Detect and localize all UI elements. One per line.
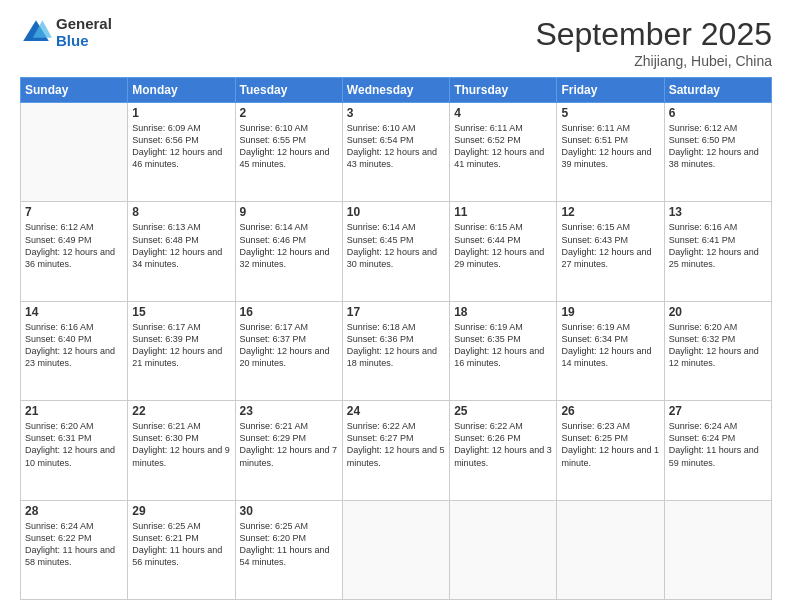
day-number: 2 [240,106,338,120]
day-info: Sunrise: 6:18 AM Sunset: 6:36 PM Dayligh… [347,321,445,370]
day-info: Sunrise: 6:20 AM Sunset: 6:32 PM Dayligh… [669,321,767,370]
day-number: 11 [454,205,552,219]
day-number: 28 [25,504,123,518]
calendar-cell: 23Sunrise: 6:21 AM Sunset: 6:29 PM Dayli… [235,401,342,500]
day-info: Sunrise: 6:13 AM Sunset: 6:48 PM Dayligh… [132,221,230,270]
calendar-cell: 12Sunrise: 6:15 AM Sunset: 6:43 PM Dayli… [557,202,664,301]
day-info: Sunrise: 6:24 AM Sunset: 6:22 PM Dayligh… [25,520,123,569]
day-number: 10 [347,205,445,219]
calendar-cell [557,500,664,599]
day-number: 29 [132,504,230,518]
day-info: Sunrise: 6:17 AM Sunset: 6:37 PM Dayligh… [240,321,338,370]
logo: General Blue [20,16,112,49]
calendar-cell: 10Sunrise: 6:14 AM Sunset: 6:45 PM Dayli… [342,202,449,301]
day-info: Sunrise: 6:09 AM Sunset: 6:56 PM Dayligh… [132,122,230,171]
day-info: Sunrise: 6:11 AM Sunset: 6:52 PM Dayligh… [454,122,552,171]
calendar-cell: 28Sunrise: 6:24 AM Sunset: 6:22 PM Dayli… [21,500,128,599]
day-info: Sunrise: 6:15 AM Sunset: 6:44 PM Dayligh… [454,221,552,270]
day-info: Sunrise: 6:15 AM Sunset: 6:43 PM Dayligh… [561,221,659,270]
calendar-cell: 29Sunrise: 6:25 AM Sunset: 6:21 PM Dayli… [128,500,235,599]
day-number: 13 [669,205,767,219]
day-info: Sunrise: 6:16 AM Sunset: 6:41 PM Dayligh… [669,221,767,270]
day-number: 6 [669,106,767,120]
calendar-cell [450,500,557,599]
day-number: 17 [347,305,445,319]
calendar-cell: 2Sunrise: 6:10 AM Sunset: 6:55 PM Daylig… [235,103,342,202]
day-number: 7 [25,205,123,219]
calendar-cell: 1Sunrise: 6:09 AM Sunset: 6:56 PM Daylig… [128,103,235,202]
calendar-cell: 14Sunrise: 6:16 AM Sunset: 6:40 PM Dayli… [21,301,128,400]
calendar-cell: 18Sunrise: 6:19 AM Sunset: 6:35 PM Dayli… [450,301,557,400]
day-info: Sunrise: 6:14 AM Sunset: 6:46 PM Dayligh… [240,221,338,270]
calendar-week-row: 14Sunrise: 6:16 AM Sunset: 6:40 PM Dayli… [21,301,772,400]
day-info: Sunrise: 6:24 AM Sunset: 6:24 PM Dayligh… [669,420,767,469]
day-number: 26 [561,404,659,418]
calendar-header-saturday: Saturday [664,78,771,103]
day-number: 23 [240,404,338,418]
day-number: 9 [240,205,338,219]
calendar-cell: 7Sunrise: 6:12 AM Sunset: 6:49 PM Daylig… [21,202,128,301]
calendar-table: SundayMondayTuesdayWednesdayThursdayFrid… [20,77,772,600]
calendar-cell: 30Sunrise: 6:25 AM Sunset: 6:20 PM Dayli… [235,500,342,599]
day-number: 21 [25,404,123,418]
day-info: Sunrise: 6:21 AM Sunset: 6:30 PM Dayligh… [132,420,230,469]
calendar-cell [664,500,771,599]
logo-general-text: General [56,16,112,33]
day-info: Sunrise: 6:10 AM Sunset: 6:55 PM Dayligh… [240,122,338,171]
calendar-week-row: 28Sunrise: 6:24 AM Sunset: 6:22 PM Dayli… [21,500,772,599]
day-number: 30 [240,504,338,518]
calendar-cell: 8Sunrise: 6:13 AM Sunset: 6:48 PM Daylig… [128,202,235,301]
day-info: Sunrise: 6:17 AM Sunset: 6:39 PM Dayligh… [132,321,230,370]
calendar-cell: 11Sunrise: 6:15 AM Sunset: 6:44 PM Dayli… [450,202,557,301]
day-number: 1 [132,106,230,120]
day-info: Sunrise: 6:23 AM Sunset: 6:25 PM Dayligh… [561,420,659,469]
calendar-header-row: SundayMondayTuesdayWednesdayThursdayFrid… [21,78,772,103]
day-number: 15 [132,305,230,319]
day-number: 14 [25,305,123,319]
calendar-header-tuesday: Tuesday [235,78,342,103]
calendar-cell: 19Sunrise: 6:19 AM Sunset: 6:34 PM Dayli… [557,301,664,400]
calendar-header-wednesday: Wednesday [342,78,449,103]
calendar-cell: 16Sunrise: 6:17 AM Sunset: 6:37 PM Dayli… [235,301,342,400]
day-info: Sunrise: 6:19 AM Sunset: 6:34 PM Dayligh… [561,321,659,370]
calendar-cell: 25Sunrise: 6:22 AM Sunset: 6:26 PM Dayli… [450,401,557,500]
title-area: September 2025 Zhijiang, Hubei, China [535,16,772,69]
calendar-cell: 15Sunrise: 6:17 AM Sunset: 6:39 PM Dayli… [128,301,235,400]
day-number: 25 [454,404,552,418]
logo-icon [20,17,52,49]
logo-text: General Blue [56,16,112,49]
calendar-week-row: 21Sunrise: 6:20 AM Sunset: 6:31 PM Dayli… [21,401,772,500]
day-info: Sunrise: 6:12 AM Sunset: 6:50 PM Dayligh… [669,122,767,171]
calendar-cell: 22Sunrise: 6:21 AM Sunset: 6:30 PM Dayli… [128,401,235,500]
day-info: Sunrise: 6:22 AM Sunset: 6:26 PM Dayligh… [454,420,552,469]
day-info: Sunrise: 6:21 AM Sunset: 6:29 PM Dayligh… [240,420,338,469]
day-info: Sunrise: 6:16 AM Sunset: 6:40 PM Dayligh… [25,321,123,370]
day-info: Sunrise: 6:14 AM Sunset: 6:45 PM Dayligh… [347,221,445,270]
day-number: 19 [561,305,659,319]
day-info: Sunrise: 6:20 AM Sunset: 6:31 PM Dayligh… [25,420,123,469]
day-info: Sunrise: 6:22 AM Sunset: 6:27 PM Dayligh… [347,420,445,469]
calendar-cell: 3Sunrise: 6:10 AM Sunset: 6:54 PM Daylig… [342,103,449,202]
day-info: Sunrise: 6:19 AM Sunset: 6:35 PM Dayligh… [454,321,552,370]
day-number: 24 [347,404,445,418]
calendar-week-row: 7Sunrise: 6:12 AM Sunset: 6:49 PM Daylig… [21,202,772,301]
day-number: 22 [132,404,230,418]
calendar-cell: 17Sunrise: 6:18 AM Sunset: 6:36 PM Dayli… [342,301,449,400]
month-title: September 2025 [535,16,772,53]
calendar-cell: 27Sunrise: 6:24 AM Sunset: 6:24 PM Dayli… [664,401,771,500]
day-number: 18 [454,305,552,319]
calendar-cell: 13Sunrise: 6:16 AM Sunset: 6:41 PM Dayli… [664,202,771,301]
day-number: 20 [669,305,767,319]
page: General Blue September 2025 Zhijiang, Hu… [0,0,792,612]
day-number: 5 [561,106,659,120]
header: General Blue September 2025 Zhijiang, Hu… [20,16,772,69]
calendar-cell: 4Sunrise: 6:11 AM Sunset: 6:52 PM Daylig… [450,103,557,202]
day-info: Sunrise: 6:11 AM Sunset: 6:51 PM Dayligh… [561,122,659,171]
logo-blue-text: Blue [56,33,112,50]
calendar-cell [21,103,128,202]
day-number: 8 [132,205,230,219]
calendar-cell: 9Sunrise: 6:14 AM Sunset: 6:46 PM Daylig… [235,202,342,301]
calendar-cell: 6Sunrise: 6:12 AM Sunset: 6:50 PM Daylig… [664,103,771,202]
day-number: 4 [454,106,552,120]
calendar-cell: 21Sunrise: 6:20 AM Sunset: 6:31 PM Dayli… [21,401,128,500]
